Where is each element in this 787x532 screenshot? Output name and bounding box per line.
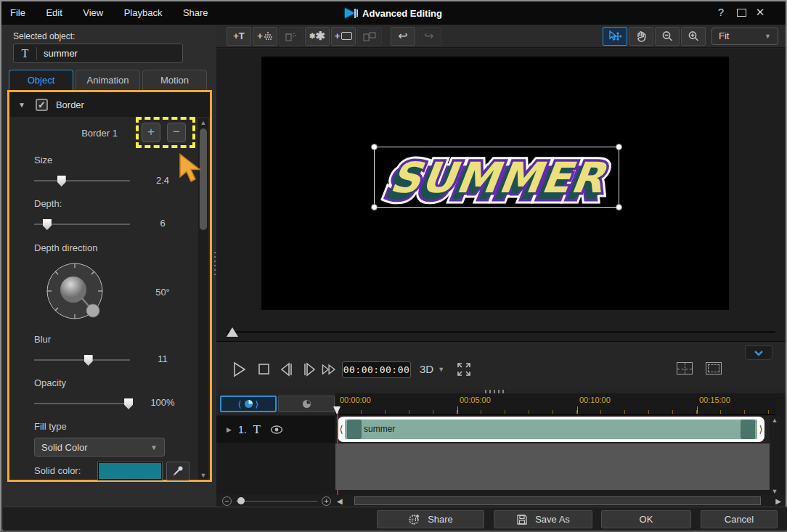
timeline-zoom-slider[interactable] bbox=[236, 501, 317, 502]
horizontal-scrollbar-thumb[interactable] bbox=[354, 496, 762, 505]
cancel-button[interactable]: Cancel bbox=[701, 510, 778, 528]
timeline-zoom-in-button[interactable]: + bbox=[322, 496, 331, 506]
depth-slider-thumb[interactable] bbox=[43, 219, 52, 230]
menu-edit[interactable]: Edit bbox=[37, 1, 70, 23]
menu-share[interactable]: Share bbox=[174, 1, 217, 23]
play-button[interactable] bbox=[229, 361, 248, 378]
collapse-icon[interactable]: ▼ bbox=[18, 101, 25, 109]
dial-handle[interactable] bbox=[86, 304, 99, 317]
fill-type-dropdown[interactable]: Solid Color ▼ bbox=[34, 438, 165, 457]
pan-tool-button[interactable] bbox=[629, 27, 653, 46]
size-slider[interactable] bbox=[34, 180, 130, 181]
solid-color-swatch[interactable] bbox=[98, 462, 162, 480]
tv-safe-zone-button[interactable] bbox=[677, 362, 693, 375]
trash-background-icon bbox=[363, 31, 376, 41]
add-particle-button[interactable]: + bbox=[253, 27, 277, 46]
title-text-art[interactable]: SUMMER SUMMER SUMMER SUMMER SUMMER SUMME… bbox=[387, 153, 612, 204]
scroll-down-icon[interactable]: ▼ bbox=[198, 472, 208, 479]
clip-handle-left[interactable] bbox=[347, 420, 362, 439]
delete-background-button[interactable] bbox=[357, 27, 382, 46]
dropdown-arrow-icon: ▼ bbox=[438, 366, 444, 373]
clip-trim-right-icon[interactable]: ⟩ bbox=[757, 424, 764, 435]
select-move-tool-button[interactable] bbox=[603, 27, 627, 46]
help-button[interactable]: ? bbox=[713, 6, 729, 18]
border-section-header[interactable]: ▼ ✓ Border bbox=[9, 92, 210, 117]
blur-slider-thumb[interactable] bbox=[84, 355, 93, 366]
scrubber-track[interactable] bbox=[227, 331, 775, 333]
property-tabs: Object Animation Motion bbox=[9, 70, 207, 90]
scroll-up-icon[interactable]: ▲ bbox=[198, 119, 208, 126]
title-clip[interactable]: ⟨ summer ⟩ bbox=[338, 417, 764, 442]
fast-forward-button[interactable] bbox=[320, 361, 339, 378]
timeline-zoom-out-button[interactable]: − bbox=[222, 496, 232, 506]
timeline-zoom-thumb[interactable] bbox=[237, 497, 245, 504]
previous-frame-button[interactable] bbox=[277, 361, 296, 378]
advanced-editing-window: File Edit View Playback Share Advanced E… bbox=[0, 0, 787, 532]
title-selection-box[interactable]: SUMMER SUMMER SUMMER SUMMER SUMMER SUMME… bbox=[374, 147, 619, 208]
border-enabled-checkbox[interactable]: ✓ bbox=[36, 99, 48, 111]
share-button[interactable]: Share bbox=[377, 510, 484, 528]
hand-icon bbox=[636, 30, 647, 42]
depth-direction-dial[interactable] bbox=[41, 258, 108, 324]
clip-handle-right[interactable] bbox=[741, 420, 755, 439]
preview-scrubber[interactable] bbox=[227, 327, 775, 338]
clip-trim-left-icon[interactable]: ⟨ bbox=[338, 424, 345, 435]
zoom-out-button[interactable] bbox=[655, 27, 680, 46]
designer-toolbar: +T + ✱ ✱ bbox=[216, 25, 786, 48]
redo-button[interactable]: ↪ bbox=[417, 27, 441, 46]
blur-value: 11 bbox=[144, 353, 181, 364]
eyedropper-button[interactable] bbox=[166, 462, 189, 480]
scroll-up-icon[interactable]: ▲ bbox=[770, 417, 780, 424]
depth-label: Depth: bbox=[34, 198, 62, 209]
tab-object[interactable]: Object bbox=[9, 70, 73, 90]
resize-handle-se[interactable] bbox=[616, 204, 622, 210]
opacity-slider-thumb[interactable] bbox=[124, 398, 133, 409]
depth-value: 6 bbox=[144, 218, 181, 229]
timeline-ruler[interactable]: 00:00:00 00:05:00 00:10:00 00:15:00 bbox=[335, 393, 775, 415]
collapse-panel-button[interactable] bbox=[745, 345, 772, 360]
fullscreen-button[interactable] bbox=[456, 361, 472, 378]
safe-area-button[interactable] bbox=[706, 362, 722, 375]
snow-effect-button[interactable]: ✱ ✱ bbox=[305, 27, 330, 46]
tab-motion[interactable]: Motion bbox=[142, 70, 207, 90]
scroll-down-icon[interactable]: ▼ bbox=[770, 488, 780, 495]
track-expand-icon[interactable]: ▶ bbox=[227, 426, 232, 433]
timeline-header: ⟨ ⟩ bbox=[216, 393, 335, 415]
add-background-button[interactable]: + bbox=[331, 27, 356, 46]
timeline-horizontal-scrollbar[interactable] bbox=[346, 496, 773, 505]
menu-playback[interactable]: Playback bbox=[115, 1, 171, 23]
stop-button[interactable] bbox=[254, 361, 273, 378]
tab-animation[interactable]: Animation bbox=[76, 70, 140, 90]
resize-handle-ne[interactable] bbox=[616, 144, 622, 150]
size-slider-thumb[interactable] bbox=[57, 176, 66, 187]
maximize-button[interactable] bbox=[737, 9, 746, 17]
timeline-vertical-scrollbar[interactable]: ▲ ▼ bbox=[770, 416, 780, 496]
menu-file[interactable]: File bbox=[1, 1, 34, 23]
next-frame-button[interactable] bbox=[300, 361, 319, 378]
scrubber-thumb[interactable] bbox=[227, 327, 238, 337]
resize-handle-nw[interactable] bbox=[371, 144, 378, 150]
timecode-display[interactable]: 00:00:00:00 bbox=[342, 361, 411, 378]
add-text-button[interactable]: +T bbox=[227, 27, 251, 46]
selected-object-field[interactable]: T summer bbox=[13, 44, 183, 63]
scroll-right-icon[interactable]: ▶ bbox=[775, 497, 781, 505]
movie-time-mode-button[interactable] bbox=[278, 396, 335, 412]
resize-handle-sw[interactable] bbox=[371, 204, 378, 210]
opacity-slider[interactable] bbox=[34, 403, 130, 404]
blur-slider[interactable] bbox=[34, 359, 130, 361]
ruler-label: 00:05:00 bbox=[460, 396, 491, 404]
3d-mode-dropdown[interactable]: 3D▼ bbox=[420, 363, 444, 375]
menu-view[interactable]: View bbox=[74, 1, 112, 23]
track-visibility-eye-icon[interactable] bbox=[270, 425, 283, 435]
delete-particle-button[interactable] bbox=[279, 27, 303, 46]
undo-button[interactable]: ↩ bbox=[391, 27, 415, 46]
clip-duration-mode-button[interactable]: ⟨ ⟩ bbox=[220, 396, 277, 412]
zoom-fit-dropdown[interactable]: Fit ▼ bbox=[711, 28, 778, 45]
depth-slider[interactable] bbox=[34, 224, 130, 225]
preview-canvas[interactable]: SUMMER SUMMER SUMMER SUMMER SUMMER SUMME… bbox=[261, 57, 729, 310]
scroll-left-icon[interactable]: ◀ bbox=[337, 497, 343, 505]
close-button[interactable]: ✕ bbox=[752, 6, 768, 19]
ok-button[interactable]: OK bbox=[601, 510, 691, 528]
zoom-in-button[interactable] bbox=[681, 27, 706, 46]
save-as-button[interactable]: Save As bbox=[494, 510, 592, 528]
